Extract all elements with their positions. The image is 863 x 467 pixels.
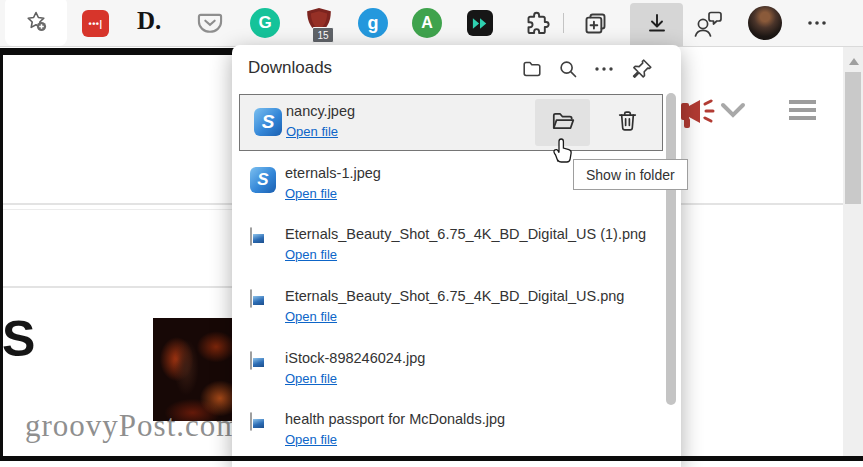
page-screenshot-bottom-border — [0, 456, 863, 461]
page-divider-line-2 — [3, 209, 232, 210]
download-filename: Eternals_Beauty_Shot_6.75_4K_BD_Digital_… — [285, 226, 646, 242]
open-downloads-folder-icon[interactable] — [520, 57, 544, 81]
grammarly-extension-icon[interactable]: G — [250, 8, 280, 38]
image-file-icon — [250, 289, 252, 308]
download-item-row[interactable]: S nancy.jpeg Open file — [239, 94, 663, 151]
open-file-link[interactable]: Open file — [285, 247, 337, 262]
download-item-row[interactable]: Eternals_Beauty_Shot_6.75_4K_BD_Digital_… — [246, 288, 656, 340]
user-avatar[interactable] — [748, 6, 782, 40]
browser-settings-menu-icon[interactable] — [806, 12, 828, 38]
chevron-down-icon[interactable] — [720, 102, 746, 124]
download-filename: Eternals_Beauty_Shot_6.75_4K_BD_Digital_… — [285, 288, 624, 304]
a-extension-icon[interactable]: A — [412, 8, 442, 38]
dictionary-extension-icon[interactable]: D. — [137, 7, 161, 35]
collections-icon[interactable] — [582, 10, 609, 41]
show-in-folder-tooltip: Show in folder — [573, 159, 688, 190]
delete-download-button[interactable] — [600, 99, 655, 146]
downloads-toolbar-button[interactable] — [630, 3, 683, 46]
download-icon — [645, 11, 669, 39]
open-file-link[interactable]: Open file — [285, 371, 337, 386]
hamburger-menu-icon[interactable] — [789, 100, 816, 124]
star-plus-icon — [24, 9, 48, 37]
snagit-s-file-icon: S — [254, 108, 282, 136]
pocket-extension-icon[interactable] — [196, 9, 224, 41]
open-file-link[interactable]: Open file — [285, 309, 337, 324]
toolbar-divider — [563, 13, 564, 33]
trash-icon — [615, 108, 640, 137]
page-heading-fragment: S — [2, 314, 35, 364]
pin-downloads-icon[interactable] — [630, 57, 654, 81]
browser-toolbar: •••| D. G 15 g A — [0, 0, 863, 47]
megaphone-icon[interactable] — [681, 96, 723, 136]
download-filename: nancy.jpeg — [286, 103, 355, 119]
snagit-s-file-icon: S — [250, 167, 276, 193]
download-filename: eternals-1.jpeg — [285, 165, 381, 181]
downloads-panel: Downloads S nancy.jpeg Open file — [232, 45, 681, 467]
hand-cursor-icon — [551, 136, 573, 168]
download-item-row[interactable]: Eternals_Beauty_Shot_6.75_4K_BD_Digital_… — [246, 226, 656, 278]
open-file-link[interactable]: Open file — [286, 124, 338, 139]
page-scrollbar-up-arrow[interactable] — [849, 58, 859, 65]
page-screenshot-top-border — [0, 48, 235, 55]
page-screenshot-left-border — [0, 48, 3, 459]
downloads-more-options-icon[interactable] — [592, 57, 616, 81]
profile-feedback-icon[interactable] — [692, 9, 724, 42]
fast-forward-extension-icon[interactable] — [467, 10, 493, 36]
add-favorite-button[interactable] — [5, 0, 67, 46]
image-file-icon — [250, 351, 252, 370]
download-item-row[interactable]: iStock-898246024.jpg Open file — [246, 350, 656, 402]
open-folder-icon — [550, 108, 576, 138]
download-filename: health passport for McDonalds.jpg — [285, 411, 505, 427]
article-concert-image — [153, 318, 232, 421]
g-extension-icon[interactable]: g — [358, 8, 388, 38]
ublock-badge: 15 — [312, 27, 334, 43]
extensions-puzzle-icon[interactable] — [524, 10, 551, 41]
image-file-icon — [250, 227, 252, 246]
search-downloads-icon[interactable] — [556, 57, 580, 81]
page-scrollbar-thumb[interactable] — [845, 72, 861, 204]
lastpass-extension-icon[interactable]: •••| — [82, 10, 109, 37]
download-filename: iStock-898246024.jpg — [285, 350, 425, 366]
open-file-link[interactable]: Open file — [285, 186, 337, 201]
panel-scrollbar-thumb[interactable] — [666, 93, 676, 405]
browser-window: S groovyPost.com — [0, 0, 863, 467]
page-divider-line-3 — [3, 286, 232, 288]
open-file-link[interactable]: Open file — [285, 432, 337, 447]
groovypost-watermark: groovyPost.com — [25, 408, 241, 444]
image-file-icon — [250, 412, 252, 431]
downloads-panel-title: Downloads — [248, 58, 332, 78]
